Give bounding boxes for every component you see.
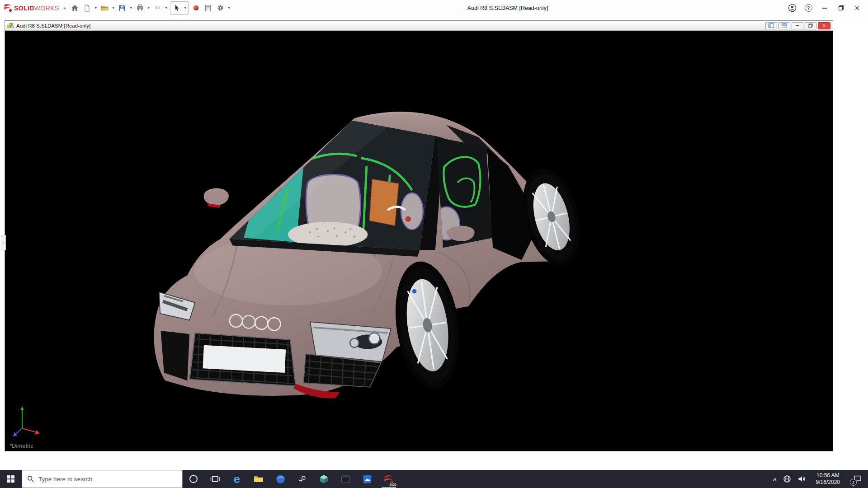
doc-restore-button[interactable] xyxy=(805,22,816,29)
options-button[interactable] xyxy=(214,2,226,14)
clock-date: 9/16/2020 xyxy=(816,479,840,486)
undo-button[interactable] xyxy=(151,2,163,14)
select-tool-dropdown-icon[interactable]: ▾ xyxy=(183,2,188,14)
assembly-file-icon xyxy=(7,22,14,29)
print-button[interactable] xyxy=(134,2,146,14)
start-button[interactable] xyxy=(0,470,22,488)
graphics-viewport[interactable]: *Dimetric xyxy=(5,31,833,451)
doc-minimize-button[interactable] xyxy=(792,22,803,29)
edge-icon: e xyxy=(234,474,240,485)
save-dropdown-icon[interactable]: ▾ xyxy=(128,2,133,14)
view-orientation-label: *Dimetric xyxy=(9,442,33,449)
car-3d-model[interactable] xyxy=(150,105,581,404)
new-document-dropdown-icon[interactable]: ▾ xyxy=(93,2,98,14)
undo-icon xyxy=(154,4,161,12)
app-window-controls: ? × xyxy=(784,0,865,16)
open-folder-icon xyxy=(101,4,108,12)
speaker-icon xyxy=(797,475,806,483)
home-button[interactable] xyxy=(69,2,80,14)
file-properties-button[interactable] xyxy=(202,2,214,14)
license-plate xyxy=(203,345,286,373)
account-icon xyxy=(788,4,797,12)
search-placeholder: Type here to search xyxy=(38,476,92,483)
toolbar-flyout-arrow-icon[interactable]: ▸ xyxy=(64,5,66,11)
save-button[interactable] xyxy=(116,2,128,14)
open-dropdown-icon[interactable]: ▾ xyxy=(111,2,116,14)
document-titlebar[interactable]: Audi R8 S.SLDASM [Read-only] xyxy=(5,21,833,31)
gear-icon xyxy=(217,4,224,12)
windows-taskbar: Type here to search e xyxy=(0,470,868,488)
taskbar-search[interactable]: Type here to search xyxy=(22,470,183,488)
restore-icon xyxy=(838,5,844,11)
file-properties-icon xyxy=(204,5,212,12)
solidworks-taskbar-button[interactable]: 2020 xyxy=(378,470,400,488)
print-icon xyxy=(136,4,144,12)
file-explorer-icon xyxy=(253,474,264,484)
pinned-app-4-icon xyxy=(340,474,351,484)
pinned-app-2-icon xyxy=(297,474,307,484)
chevron-up-icon: ^ xyxy=(773,477,777,483)
tile-pane-icon xyxy=(782,23,787,28)
open-button[interactable] xyxy=(99,2,110,14)
clock-time: 10:56 AM xyxy=(816,472,840,479)
document-window-controls: × xyxy=(765,22,830,29)
app-window-title: Audi R8 S.SLDASM [Read-only] xyxy=(231,5,784,11)
new-document-icon xyxy=(83,5,90,12)
pinned-app-1-icon xyxy=(275,474,286,484)
window-layout-button-2[interactable] xyxy=(778,22,790,29)
system-tray: ^ 10:56 AM 9/16/2020 xyxy=(770,470,868,488)
doc-close-button[interactable]: × xyxy=(818,22,830,29)
window-layout-button-1[interactable] xyxy=(765,22,777,29)
cortana-icon xyxy=(189,474,198,484)
pinned-app-3-button[interactable] xyxy=(313,470,335,488)
rebuild-button[interactable] xyxy=(190,2,202,14)
solidworks-year-badge: 2020 xyxy=(388,483,397,487)
network-globe-icon xyxy=(783,475,791,483)
app-close-button[interactable]: × xyxy=(849,0,865,16)
split-pane-icon xyxy=(769,23,774,28)
select-tool-group: ▾ xyxy=(170,1,189,15)
save-icon xyxy=(118,5,126,12)
select-arrow-icon xyxy=(174,5,180,11)
help-icon: ? xyxy=(805,4,812,12)
orientation-triad[interactable] xyxy=(11,403,43,439)
action-center-button[interactable]: 2 xyxy=(847,470,868,488)
solidworks-logo: SOLIDWORKS xyxy=(3,3,59,13)
panel-collapse-tab[interactable]: ‹ xyxy=(1,235,6,250)
account-button[interactable] xyxy=(784,0,800,16)
solidworks-logo-icon xyxy=(3,3,13,13)
help-button[interactable]: ? xyxy=(800,0,816,16)
volume-button[interactable] xyxy=(794,470,809,488)
tray-expand-button[interactable]: ^ xyxy=(770,470,780,488)
network-button[interactable] xyxy=(780,470,794,488)
pinned-app-1-button[interactable] xyxy=(269,470,291,488)
windows-logo-icon xyxy=(7,475,14,483)
file-explorer-button[interactable] xyxy=(248,470,269,488)
search-icon xyxy=(27,475,34,483)
options-dropdown-icon[interactable]: ▾ xyxy=(226,2,231,14)
minimize-icon xyxy=(822,8,827,9)
desktop-screen: SOLIDWORKS ▸ ▾ ▾ xyxy=(0,0,868,488)
home-icon xyxy=(71,4,79,12)
print-dropdown-icon[interactable]: ▾ xyxy=(146,2,151,14)
left-mirror xyxy=(204,188,229,205)
app-minimize-button[interactable] xyxy=(816,0,833,16)
pinned-app-5-icon xyxy=(362,474,373,484)
select-tool-button[interactable] xyxy=(171,2,183,14)
task-view-icon xyxy=(210,474,220,484)
app-restore-button[interactable] xyxy=(833,0,849,16)
task-view-button[interactable] xyxy=(204,470,226,488)
clock[interactable]: 10:56 AM 9/16/2020 xyxy=(809,470,847,488)
close-icon: × xyxy=(855,4,860,12)
edge-button[interactable]: e xyxy=(226,470,248,488)
app-titlebar: SOLIDWORKS ▸ ▾ ▾ xyxy=(0,0,868,16)
pinned-app-2-button[interactable] xyxy=(291,470,313,488)
close-icon: × xyxy=(822,23,826,28)
cortana-button[interactable] xyxy=(183,470,204,488)
pinned-app-4-button[interactable] xyxy=(335,470,356,488)
solidworks-wordmark: SOLIDWORKS xyxy=(14,5,59,12)
new-document-button[interactable] xyxy=(81,2,93,14)
pinned-app-5-button[interactable] xyxy=(356,470,378,488)
undo-dropdown-icon[interactable]: ▾ xyxy=(164,2,169,14)
notification-count-badge: 2 xyxy=(850,479,857,486)
